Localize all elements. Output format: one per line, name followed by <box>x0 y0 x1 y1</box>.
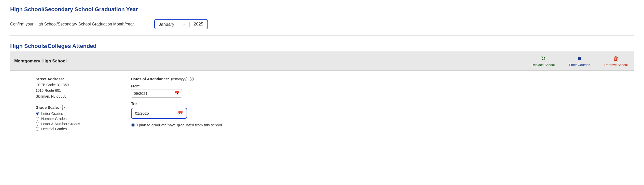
grade-decimal-option[interactable]: Decimal Grades <box>36 127 80 131</box>
school-actions: ↻ Replace School ≡ Enter Courses 🗑 Remov… <box>529 54 630 68</box>
street-address: 1016 Route 601 <box>36 88 80 93</box>
enter-courses-button[interactable]: ≡ Enter Courses <box>567 54 592 68</box>
remove-icon: 🗑 <box>613 55 619 62</box>
grade-number-radio[interactable] <box>36 117 39 121</box>
dates-block: Dates of Attendance: (mm/yyyy) ? From: 0… <box>131 77 222 127</box>
graduation-section-title: High School/Secondary School Graduation … <box>10 6 634 15</box>
courses-icon: ≡ <box>578 55 581 62</box>
schools-section-title: High Schools/Colleges Attended <box>10 43 634 52</box>
right-column: Dates of Attendance: (mm/yyyy) ? From: 0… <box>131 77 222 131</box>
to-date-group: To: 01/2025 📅 <box>131 102 222 119</box>
graduation-section: High School/Secondary School Graduation … <box>10 6 634 36</box>
school-header: Montgomery High School ↻ Replace School … <box>10 52 634 71</box>
grade-letter-option[interactable]: Letter Grades <box>36 112 80 116</box>
from-date-group: From: 09/2021 📅 <box>131 84 222 98</box>
school-name: Montgomery High School <box>14 59 67 64</box>
dates-help-icon[interactable]: ? <box>190 77 194 81</box>
month-select-wrapper[interactable]: January February March April May June Ju… <box>159 22 185 27</box>
replace-label: Replace School <box>531 63 555 67</box>
to-calendar-icon: 📅 <box>178 111 183 116</box>
from-calendar-icon: 📅 <box>174 91 179 96</box>
grade-letter-number-radio[interactable] <box>36 122 39 126</box>
left-column: Street Address: CEEB Code: 311359 1016 R… <box>36 77 80 131</box>
address-title: Street Address: <box>36 77 80 81</box>
grade-decimal-radio[interactable] <box>36 127 39 131</box>
schools-section: High Schools/Colleges Attended Montgomer… <box>10 43 634 137</box>
grade-scale-title: Grade Scale: ? <box>36 105 80 110</box>
school-details: Street Address: CEEB Code: 311359 1016 R… <box>10 71 634 137</box>
page-container: High School/Secondary School Graduation … <box>0 0 644 185</box>
from-date-value: 09/2021 <box>134 91 148 96</box>
graduate-label: I plan to graduate/have graduated from t… <box>137 123 222 127</box>
graduate-radio[interactable] <box>131 123 135 127</box>
graduation-row: Confirm your High School/Secondary Schoo… <box>10 19 634 36</box>
graduation-selector: January February March April May June Ju… <box>154 19 208 29</box>
grade-letter-number-option[interactable]: Letter & Number Grades <box>36 122 80 126</box>
remove-school-button[interactable]: 🗑 Remove School <box>602 54 630 68</box>
to-date-input[interactable]: 01/2025 📅 <box>131 108 187 119</box>
grade-scale-block: Grade Scale: ? Letter Grades Number Grad… <box>36 105 80 131</box>
grade-number-option[interactable]: Number Grades <box>36 117 80 121</box>
to-date-value: 01/2025 <box>135 111 149 115</box>
grade-scale-help-icon[interactable]: ? <box>61 105 65 110</box>
city-state-zip: Skillman, NJ 08558 <box>36 94 80 99</box>
grade-scale-radio-group: Letter Grades Number Grades Letter & Num… <box>36 112 80 131</box>
address-block: Street Address: CEEB Code: 311359 1016 R… <box>36 77 80 99</box>
month-select[interactable]: January February March April May June Ju… <box>159 22 185 27</box>
remove-label: Remove School <box>604 63 628 67</box>
graduate-row: I plan to graduate/have graduated from t… <box>131 123 222 127</box>
graduation-year-value: 2025 <box>189 22 203 27</box>
to-label: To: <box>131 102 222 106</box>
from-label: From: <box>131 84 222 88</box>
grade-letter-radio[interactable] <box>36 112 39 115</box>
from-date-input[interactable]: 09/2021 📅 <box>131 89 182 98</box>
dates-title: Dates of Attendance: (mm/yyyy) ? <box>131 77 222 81</box>
ceeb-code: CEEB Code: 311359 <box>36 82 80 88</box>
replace-school-button[interactable]: ↻ Replace School <box>529 54 557 68</box>
graduation-label: Confirm your High School/Secondary Schoo… <box>10 22 134 27</box>
replace-icon: ↻ <box>541 55 545 62</box>
enter-courses-label: Enter Courses <box>569 63 590 67</box>
